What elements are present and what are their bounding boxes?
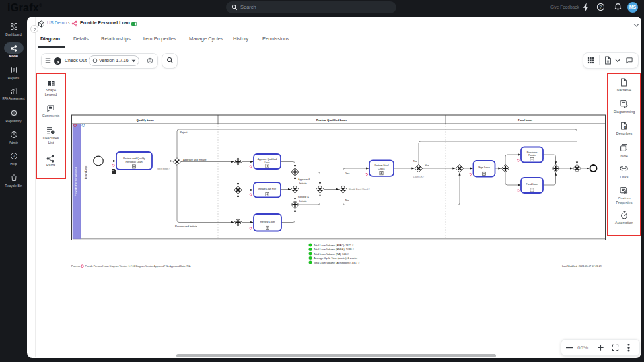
svg-text:Process:: Process: [71, 265, 81, 268]
svg-text:Provision: Provision [527, 151, 538, 154]
svg-text:Check: Check [378, 168, 385, 170]
svg-text:Personal Loan: Personal Loan [125, 160, 142, 163]
svg-text:Perform Final: Perform Final [374, 164, 388, 167]
svg-text:Review Qualified Loan: Review Qualified Loan [316, 118, 347, 122]
svg-text:Initiate Loan File: Initiate Loan File [258, 188, 276, 190]
svg-text:Total Loan Volume (All Regions: Total Loan Volume (All Regions): 3317 # [314, 261, 360, 264]
svg-text:Fund Loan: Fund Loan [518, 118, 532, 122]
svg-text:Total Loan Volume (APAC): 1372: Total Loan Volume (APAC): 1372 # [314, 244, 354, 247]
svg-text:Sign Loan: Sign Loan [478, 166, 490, 169]
svg-text:Approve Qualified: Approve Qualified [258, 158, 277, 161]
svg-text:Next Steps?: Next Steps? [157, 168, 170, 170]
svg-text:Needs Final Check?: Needs Final Check? [349, 188, 370, 191]
svg-text:Provide Personal Loan: Provide Personal Loan [74, 166, 77, 196]
svg-text:Approve and Initiate: Approve and Initiate [183, 158, 207, 161]
svg-text:Total Loan Volume (EMEA): 1099: Total Loan Volume (EMEA): 1099 # [314, 248, 355, 251]
svg-text:Loan OK?: Loan OK? [413, 176, 424, 178]
svg-text:Yes: Yes [425, 164, 429, 167]
svg-text:Review &: Review & [298, 195, 309, 198]
svg-text:Qualify Loan: Qualify Loan [136, 118, 153, 122]
svg-text:Review and Initiate: Review and Initiate [175, 225, 198, 228]
svg-text:Loan Dept: Loan Dept [84, 165, 87, 179]
svg-text:Provide Personal Loan Diagram: Provide Personal Loan Diagram Version: 1… [85, 265, 192, 268]
svg-text:Initiate: Initiate [299, 199, 308, 203]
svg-text:Funds: Funds [528, 154, 536, 157]
svg-text:Yes: Yes [345, 172, 350, 175]
svg-text:Total Loan Volume (NA): 846 #: Total Loan Volume (NA): 846 # [314, 252, 349, 256]
svg-text:Average Cycle Time (weeks): 2: Average Cycle Time (weeks): 2 weeks [314, 256, 357, 260]
svg-text:Approve &: Approve & [298, 178, 310, 181]
svg-text:Last Modified: 2024-05-07 07:2: Last Modified: 2024-05-07 07:26:29 [562, 265, 602, 268]
svg-text:No: No [413, 159, 417, 163]
svg-text:Loan: Loan [264, 161, 269, 164]
svg-text:No: No [345, 199, 349, 202]
svg-text:Fund Loan: Fund Loan [526, 183, 538, 186]
svg-text:Reject: Reject [180, 131, 188, 134]
svg-text:Review Loan: Review Loan [260, 220, 275, 223]
svg-text:Initiate: Initiate [299, 182, 308, 185]
